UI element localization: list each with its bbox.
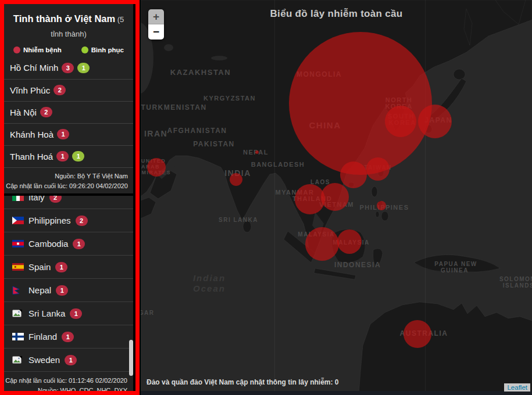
country-name: Nepal	[28, 285, 51, 295]
province-row[interactable]: Khánh Hoà1	[4, 123, 133, 145]
infection-bubble[interactable]	[340, 161, 367, 188]
recovered-badge: 1	[72, 151, 84, 161]
flag-icon-spain	[12, 263, 24, 271]
infected-badge: 1	[70, 308, 82, 319]
province-name: Vĩnh Phúc	[10, 85, 50, 95]
leaflet-attribution: Leaflet	[504, 383, 530, 392]
infection-bubble[interactable]	[366, 157, 390, 181]
countries-updated: Cập nhật lần cuối lúc: 01:12:46 02/02/20…	[4, 376, 127, 386]
infected-badge: 1	[55, 262, 67, 272]
infection-bubble[interactable]	[295, 184, 325, 214]
vietnam-source: Nguồn: Bộ Y Tế Việt Nam	[4, 171, 128, 181]
vietnam-provinces-panel: Tỉnh thành ở Việt Nam (5 tỉnh thành) Nhi…	[4, 4, 133, 193]
infected-badge: 1	[73, 239, 85, 249]
countries-source: Nguồn: WHO, CDC, NHC, DXY	[4, 386, 127, 391]
infection-bubble[interactable]	[404, 320, 431, 348]
flag-icon-finland	[12, 333, 24, 340]
legend-label: Bình phục	[91, 46, 124, 53]
country-row[interactable]: Nepal1	[4, 279, 133, 302]
infection-bubble[interactable]	[418, 105, 452, 138]
province-row[interactable]: Hà Nội2	[4, 101, 133, 123]
sidebar: Tỉnh thành ở Việt Nam (5 tỉnh thành) Nhi…	[0, 0, 141, 395]
countries-panel: Italy2Philippines2Cambodia1Spain1Nepal1S…	[4, 196, 133, 391]
country-name: Cambodia	[28, 239, 68, 249]
province-list: Hồ Chí Minh31Vĩnh Phúc2Hà Nội2Khánh Hoà1…	[4, 57, 133, 167]
infection-bubble[interactable]	[305, 227, 339, 261]
province-name: Hồ Chí Minh	[10, 63, 58, 73]
broken-image-icon	[12, 356, 24, 364]
bottom-strip	[141, 391, 532, 395]
legend-dot-icon	[81, 46, 88, 53]
infection-bubble[interactable]	[385, 106, 416, 137]
infection-bubble[interactable]	[337, 229, 362, 254]
panel-title: Tỉnh thành ở Việt Nam (5 tỉnh thành)	[4, 4, 133, 42]
infected-badge: 1	[65, 355, 77, 365]
leaflet-link[interactable]: Leaflet	[507, 384, 527, 391]
province-row[interactable]: Thanh Hoá11	[4, 145, 133, 167]
country-name: Spain	[28, 262, 51, 272]
country-name: Finland	[28, 332, 57, 342]
country-list: Italy2Philippines2Cambodia1Spain1Nepal1S…	[4, 196, 133, 372]
infected-badge: 1	[57, 129, 69, 139]
app-window: Tỉnh thành ở Việt Nam (5 tỉnh thành) Nhi…	[0, 0, 532, 395]
infected-badge: 2	[40, 107, 52, 117]
flag-icon-philippines	[12, 217, 24, 224]
infected-badge: 2	[76, 216, 88, 226]
legend-item: Nhiễm bệnh	[13, 46, 62, 53]
flag-icon-nepal	[12, 286, 24, 294]
province-row[interactable]: Vĩnh Phúc2	[4, 79, 133, 101]
legend-dot-icon	[13, 46, 20, 53]
legend-label: Nhiễm bệnh	[23, 46, 62, 53]
infection-bubble[interactable]	[230, 173, 242, 186]
province-row[interactable]: Hồ Chí Minh31	[4, 57, 133, 79]
broken-image-icon	[12, 310, 24, 317]
province-name: Thanh Hoá	[10, 152, 53, 161]
infection-bubble-layer	[141, 0, 532, 395]
countries-panel-footer: Cập nhật lần cuối lúc: 01:12:46 02/02/20…	[4, 372, 133, 391]
flag-icon-cambodia	[12, 240, 24, 247]
vietnam-updated: Cập nhật lần cuối lúc: 09:26:20 04/02/20…	[4, 181, 128, 191]
map-title: Biểu đồ lây nhiễm toàn cầu	[141, 8, 532, 20]
zoom-in-button[interactable]: +	[148, 9, 164, 24]
zoom-control: + −	[148, 9, 164, 40]
flag-icon-italy	[12, 196, 24, 201]
country-row[interactable]: Finland1	[4, 325, 133, 349]
recovered-badge: 1	[77, 63, 90, 73]
vietnam-panel-footer: Nguồn: Bộ Y Tế Việt Nam Cập nhật lần cuố…	[4, 167, 133, 191]
country-row[interactable]: Sweden1	[4, 349, 133, 372]
infection-bubble[interactable]	[255, 150, 259, 154]
country-row[interactable]: Cambodia1	[4, 232, 133, 256]
legend-item: Bình phục	[81, 46, 124, 53]
infected-badge: 3	[62, 63, 74, 73]
infected-badge: 2	[49, 196, 62, 203]
infection-bubble[interactable]	[289, 32, 432, 175]
country-row[interactable]: Philippines2	[4, 209, 133, 232]
island-status-text: Đảo và quần đảo Việt Nam cập nhật thông …	[147, 378, 339, 386]
country-name: Sri Lanka	[28, 308, 65, 318]
zoom-out-button[interactable]: −	[148, 24, 164, 40]
world-map[interactable]: KAZAKHSTANTURKMENISTANKYRGYZSTANIRANAFGH…	[141, 0, 532, 395]
country-name: Italy	[28, 196, 45, 202]
infection-bubble[interactable]	[147, 158, 166, 177]
province-name: Hà Nội	[10, 107, 37, 117]
legend: Nhiễm bệnhBình phục	[4, 42, 133, 57]
country-row[interactable]: Sri Lanka1	[4, 302, 133, 325]
country-row[interactable]: Spain1	[4, 256, 133, 279]
infection-bubble[interactable]	[377, 201, 386, 210]
infected-badge: 2	[53, 85, 66, 95]
infected-badge: 1	[56, 285, 68, 296]
infected-badge: 1	[62, 332, 74, 342]
infection-bubble[interactable]	[321, 183, 349, 211]
scrollbar-thumb[interactable]	[129, 340, 133, 376]
province-name: Khánh Hoà	[10, 130, 53, 139]
country-name: Philippines	[28, 216, 71, 225]
country-row[interactable]: Italy2	[4, 196, 133, 209]
infected-badge: 1	[56, 151, 69, 161]
panel-title-main: Tỉnh thành ở Việt Nam	[13, 13, 116, 24]
country-name: Sweden	[28, 355, 60, 365]
